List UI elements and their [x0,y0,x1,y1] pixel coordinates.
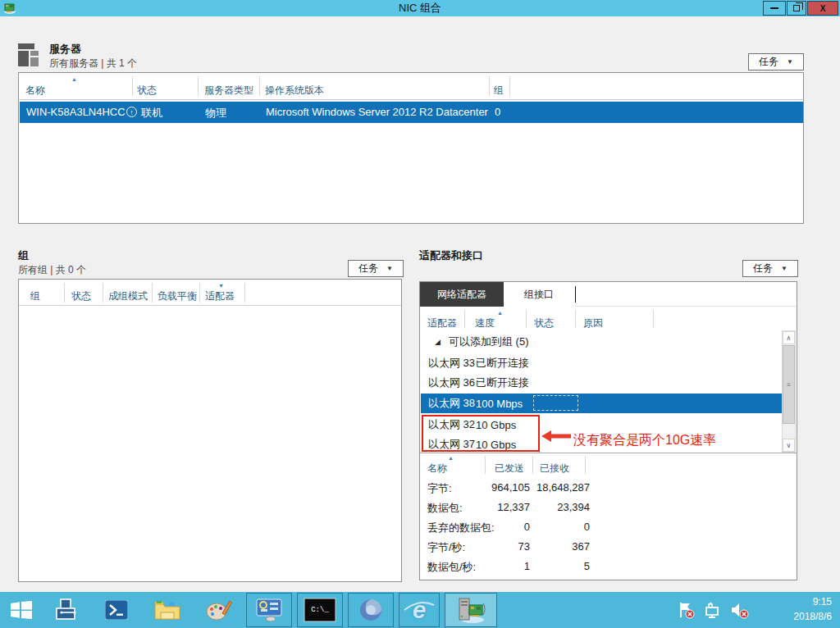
adapters-sort-icon: ▲ [497,310,503,316]
title-bar: NIC 组合 X [0,0,840,16]
scroll-up-button[interactable]: ∧ [783,331,795,344]
scroll-down-button[interactable]: ∨ [783,439,795,452]
teams-table: 组 状态 成组模式 负载平衡 适配器 ▼ [18,279,402,582]
taskbar: C:\_ e [0,592,840,628]
ie-orbit-icon [404,602,435,612]
teams-tasks-label: 任务 [358,262,378,275]
server-row[interactable]: WIN-K58A3LN4HCC ↑ 联机 物理 Microsoft Window… [20,102,803,123]
adapters-panel: 网络适配器 组接口 适配器 速度 ▲ 状态 原因 ◢ 可以添加到组 (5) 以太… [419,281,797,580]
teams-subtitle: 所有组 | 共 0 个 [18,263,86,277]
taskbar-clock[interactable]: 9:15 2018/8/6 [793,594,832,624]
servers-tasks-caret-icon: ▼ [787,58,793,66]
annotation-arrow-icon [541,430,571,442]
restore-icon [793,5,800,11]
minimize-icon [770,7,778,9]
app-swirl-button[interactable] [348,593,394,627]
servers-col-type[interactable]: 服务器类型 [204,84,253,98]
stats-sort-icon: ▲ [448,455,454,461]
restore-button[interactable] [787,1,806,16]
adapters-col-speed[interactable]: 速度 [475,316,495,330]
server-team-count: 0 [495,106,500,118]
servers-col-name[interactable]: 名称 [25,84,45,98]
scroll-thumb[interactable]: ≡ [783,345,795,424]
file-explorer-button[interactable] [150,593,185,627]
adapter-row-eth38[interactable]: 以太网 38100 Mbps [421,394,796,413]
adapter-list-scrollbar[interactable]: ∧ ≡ ∨ [782,330,796,453]
stats-col-name[interactable]: 名称 [427,462,447,476]
adapters-tasks-button[interactable]: 任务 ▼ [742,260,798,277]
servers-col-team[interactable]: 组 [494,84,504,98]
tab-separator [575,286,576,303]
stats-col-received[interactable]: 已接收 [540,462,569,476]
teams-sort-icon: ▼ [218,283,224,289]
collapse-triangle-icon: ◢ [435,338,441,346]
adapter-row-eth33[interactable]: 以太网 33已断开连接 [421,353,782,373]
adapters-col-reason[interactable]: 原因 [583,316,603,330]
volume-muted-icon[interactable] [730,601,750,619]
servers-table: ▲ 名称 状态 服务器类型 操作系统版本 组 WIN-K58A3LN4HCC ↑… [18,72,804,224]
servers-title: 服务器 [49,42,81,57]
server-type: 物理 [205,106,226,121]
servers-tasks-label: 任务 [759,55,778,69]
adapter-group-header[interactable]: ◢ 可以添加到组 (5) [421,331,782,353]
nic-teaming-icon [454,597,487,623]
swirl-icon [358,598,383,622]
clock-time: 9:15 [793,594,832,609]
close-button[interactable]: X [807,1,838,16]
paint-button[interactable] [202,593,236,627]
annotation-red-box [422,415,540,452]
teams-tasks-caret-icon: ▼ [386,265,393,272]
server-manager-button[interactable] [49,593,84,627]
cmd-label: C:\_ [311,606,329,614]
teams-col-balance[interactable]: 负载平衡 [158,289,197,303]
adapters-tabbar: 网络适配器 组接口 [420,282,797,307]
teams-col-status[interactable]: 状态 [71,289,91,303]
annotation-text: 没有聚合是两个10G速率 [573,432,716,449]
servers-subtitle: 所有服务器 | 共 1 个 [49,57,137,71]
tab-network-adapters[interactable]: 网络适配器 [420,282,504,307]
teams-title: 组 [18,248,29,263]
stats-col-sent[interactable]: 已发送 [495,462,524,476]
adapters-tasks-label: 任务 [753,262,773,275]
teams-col-team[interactable]: 组 [30,289,40,303]
folder-icon [154,599,180,621]
command-prompt-button[interactable]: C:\_ [297,593,343,627]
server-os: Microsoft Windows Server 2012 R2 Datacen… [266,106,488,118]
server-manager-icon [54,598,79,621]
server-status: 联机 [141,106,162,121]
system-tray [678,592,750,628]
start-button[interactable] [5,593,38,627]
group-header-label: 可以添加到组 (5) [449,334,529,349]
servers-tasks-button[interactable]: 任务 ▼ [748,53,804,71]
server-online-icon: ↑ [126,107,137,117]
control-panel-icon [256,598,282,621]
paint-icon [206,598,232,621]
adapters-col-adapter[interactable]: 适配器 [427,316,457,330]
servers-col-os[interactable]: 操作系统版本 [265,84,324,98]
nic-teaming-button[interactable] [445,593,497,627]
window-title: NIC 组合 [0,1,840,16]
servers-tile-icon [18,43,43,67]
teams-col-adapter[interactable]: 适配器 [205,289,235,303]
server-name: WIN-K58A3LN4HCC [26,106,126,118]
network-status-icon[interactable] [704,601,722,619]
clock-date: 2018/8/6 [793,609,832,624]
control-panel-button[interactable] [246,593,292,627]
adapters-title: 适配器和接口 [419,248,483,263]
tab-team-interfaces[interactable]: 组接口 [504,282,574,307]
internet-explorer-button[interactable]: e [399,593,440,627]
servers-col-status[interactable]: 状态 [137,84,157,98]
powershell-icon [105,600,128,620]
close-icon: X [820,4,826,13]
powershell-button[interactable] [100,593,133,627]
minimize-button[interactable] [763,1,786,16]
adapters-tasks-caret-icon: ▼ [781,265,788,272]
windows-logo-icon [11,601,32,619]
focus-rectangle [533,395,578,411]
adapters-col-status[interactable]: 状态 [534,316,554,330]
teams-tasks-button[interactable]: 任务 ▼ [348,260,404,277]
adapter-row-eth36[interactable]: 以太网 36已断开连接 [421,373,782,393]
servers-sort-icon: ▲ [71,76,77,82]
action-center-flag-icon[interactable] [678,601,696,619]
teams-col-mode[interactable]: 成组模式 [108,289,148,303]
